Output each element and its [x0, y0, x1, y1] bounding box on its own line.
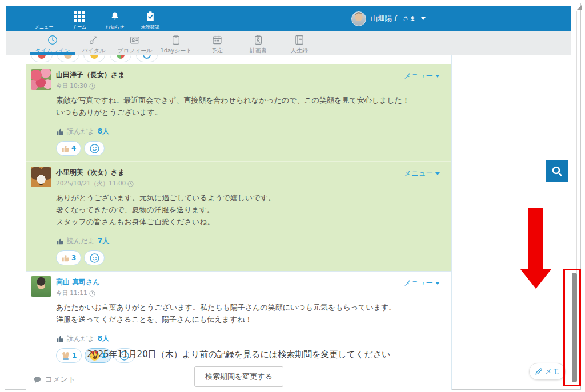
tab-label: タイムライン: [35, 47, 70, 55]
reaction-count: 3: [71, 254, 76, 262]
timeline-post: 山田洋子（長女）さま 今日 10:30 メニュー 素敵な写真ですね。最近面会でき…: [26, 64, 451, 161]
clipboard-icon: [169, 34, 183, 46]
page-frame: メニュー チーム お知らせ 未読確認: [5, 3, 581, 390]
reaction-pill[interactable]: [57, 55, 79, 62]
nav-team-button[interactable]: チーム: [66, 7, 93, 30]
scrollbar-corner-icon[interactable]: [576, 5, 582, 10]
thumbs-up-icon: [61, 144, 70, 153]
calendar-icon: [210, 34, 224, 46]
user-menu[interactable]: 山畑陽子 さま: [351, 11, 426, 26]
read-status: 読んだよ 7人: [56, 236, 444, 246]
smiley-add-icon: [89, 143, 100, 154]
tab-label: 人生録: [291, 47, 308, 55]
read-label: 読んだよ: [67, 236, 95, 246]
read-count: 8人: [98, 127, 109, 136]
timeline-feed: 山田洋子（長女）さま 今日 10:30 メニュー 素敵な写真ですね。最近面会でき…: [26, 55, 452, 390]
post-menu-label: メニュー: [404, 169, 433, 179]
chevron-down-icon: [421, 17, 426, 20]
app-header: メニュー チーム お知らせ 未読確認: [6, 6, 571, 31]
tab-profile[interactable]: プロフィール: [114, 31, 155, 55]
post-menu-button[interactable]: メニュー: [404, 71, 440, 81]
change-search-period-button[interactable]: 検索期間を変更する: [194, 366, 283, 387]
add-reaction-button[interactable]: [84, 250, 105, 265]
nav-unread-button[interactable]: 未読確認: [137, 7, 163, 30]
search-button[interactable]: [546, 160, 568, 182]
smiley-add-icon: [89, 253, 100, 264]
search-period-notice: 2025年11月20日（木）より前の記録を見るには検索期間を変更してください: [26, 349, 452, 360]
thumbs-up-icon: [56, 237, 64, 245]
tab-life-record[interactable]: 人生録: [279, 31, 320, 55]
id-card-icon: [128, 34, 142, 46]
read-count: 8人: [98, 334, 109, 343]
annotation-red-arrow-head: [520, 269, 551, 289]
tab-label: 予定: [211, 47, 223, 55]
tab-label: プロフィール: [117, 47, 152, 55]
chevron-down-icon: [435, 282, 440, 285]
nav-label: メニュー: [35, 24, 54, 30]
add-reaction-button[interactable]: [84, 141, 105, 156]
book-icon: [292, 34, 306, 46]
previous-post-reactions-cutoff: [26, 55, 451, 64]
user-avatar: [351, 11, 366, 26]
clock-icon: [46, 34, 59, 46]
post-menu-label: メニュー: [404, 278, 433, 288]
tab-label: 1dayシート: [160, 47, 191, 55]
reaction-pill-thumbs-up[interactable]: 4: [56, 141, 81, 156]
post-menu-label: メニュー: [404, 71, 433, 81]
tab-timeline[interactable]: タイムライン: [32, 31, 73, 55]
post-author: 小里明美（次女）さま: [56, 168, 134, 177]
pencil-icon: [535, 367, 543, 375]
post-time: 2025/10/21（火）11:00: [56, 180, 126, 188]
tab-care-plan[interactable]: 計画書: [238, 31, 279, 55]
tab-1day-sheet[interactable]: 1dayシート: [155, 31, 197, 55]
thumbs-up-icon: [56, 335, 64, 343]
reaction-pill[interactable]: [110, 55, 131, 62]
unread-check-icon: [145, 10, 156, 23]
timeline-post: 小里明美（次女）さま 2025/10/21（火）11:00 メニュー ありがとう…: [26, 161, 451, 271]
reaction-pill-thumbs-up[interactable]: 3: [56, 250, 81, 265]
nav-label: 未読確認: [141, 24, 159, 30]
reaction-count: 4: [71, 144, 76, 152]
chevron-down-icon: [435, 172, 440, 175]
post-body: あたたかいお言葉ありがとうございます。私たちも陽子さんの笑顔にいつも元気をもらっ…: [56, 301, 444, 325]
tab-label: バイタル: [82, 47, 106, 55]
tab-label: 計画書: [250, 47, 267, 55]
add-reaction-button[interactable]: [136, 55, 158, 62]
plan-document-icon: [251, 34, 265, 46]
post-author-link[interactable]: 高山 真司さん: [56, 277, 100, 287]
nav-label: チーム: [73, 24, 86, 30]
post-time: 今日 10:30: [56, 82, 87, 90]
memo-button[interactable]: メモ: [529, 363, 566, 380]
clock-icon: [89, 290, 95, 297]
user-suffix: さま: [403, 14, 416, 23]
nav-menu-button[interactable]: メニュー: [31, 7, 57, 30]
avatar: [31, 167, 51, 187]
post-author: 山田洋子（長女）さま: [56, 70, 125, 80]
post-menu-button[interactable]: メニュー: [404, 169, 440, 179]
nav-notice-button[interactable]: お知らせ: [102, 7, 128, 30]
annotation-highlight-box: [563, 269, 581, 386]
post-menu-button[interactable]: メニュー: [404, 278, 440, 288]
avatar: [31, 276, 51, 297]
tab-bar: タイムライン バイタル プロフィール 1dayシート 予定 計画書 人生録: [6, 31, 571, 55]
tab-vital[interactable]: バイタル: [73, 31, 114, 55]
memo-label: メモ: [544, 366, 560, 377]
read-label: 読んだよ: [67, 127, 95, 136]
chevron-down-icon: [435, 75, 440, 78]
thumbs-up-icon: [61, 254, 70, 262]
hamburger-icon: [38, 10, 50, 23]
nav-label: お知らせ: [106, 24, 125, 30]
annotation-red-arrow: [528, 208, 543, 270]
reaction-pill[interactable]: [83, 55, 105, 62]
read-label: 読んだよ: [67, 334, 95, 343]
tab-schedule[interactable]: 予定: [197, 31, 238, 55]
clock-icon: [127, 181, 134, 187]
user-name: 山畑陽子: [370, 14, 399, 23]
read-status: 読んだよ 8人: [56, 127, 444, 136]
search-icon: [550, 164, 564, 178]
post-body: 素敵な写真ですね。最近面会できず、直接顔を合わせられなかったので、この笑顔を見て…: [56, 94, 444, 118]
post-body: ありがとうございます。元気に過ごしているようで嬉しいです。 暑くなってきたので、…: [56, 192, 444, 228]
thumbs-up-icon: [56, 128, 64, 136]
reaction-pill[interactable]: [31, 55, 53, 62]
header-nav: メニュー チーム お知らせ 未読確認: [31, 7, 163, 30]
